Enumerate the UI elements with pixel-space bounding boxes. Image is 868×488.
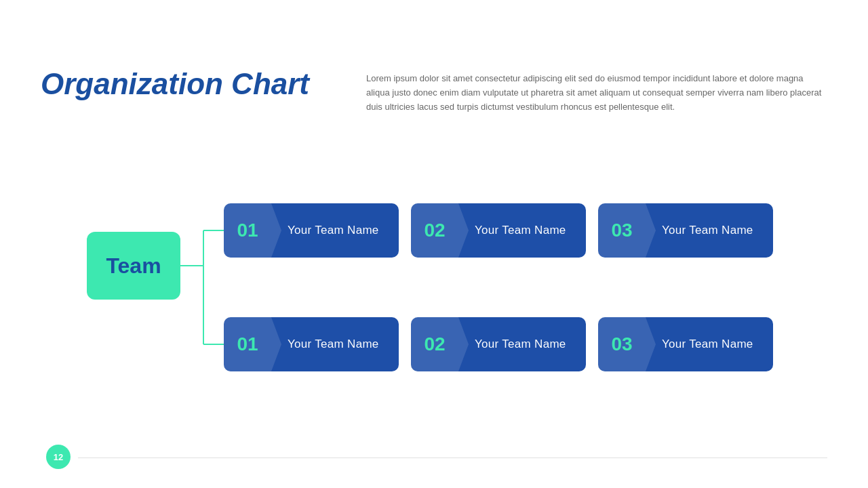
card-name: Your Team Name <box>458 338 586 351</box>
table-row: 03 Your Team Name <box>598 317 773 371</box>
card-number-box: 02 <box>411 203 458 258</box>
top-row: 01 Your Team Name 02 Your Team Name 03 Y… <box>224 203 773 258</box>
team-box: Team <box>87 232 180 300</box>
table-row: 01 Your Team Name <box>224 317 399 371</box>
header: Organization Chart Lorem ipsum dolor sit… <box>41 68 827 114</box>
table-row: 03 Your Team Name <box>598 203 773 258</box>
card-number-box: 02 <box>411 317 458 371</box>
description-text: Lorem ipsum dolor sit amet consectetur a… <box>366 68 827 114</box>
card-name: Your Team Name <box>458 224 586 237</box>
card-number: 01 <box>237 220 258 241</box>
card-number-box: 03 <box>598 317 646 371</box>
card-number-box: 01 <box>224 317 271 371</box>
card-number: 01 <box>237 333 258 355</box>
table-row: 02 Your Team Name <box>411 317 586 371</box>
team-label: Team <box>106 253 161 279</box>
card-number: 02 <box>424 220 445 241</box>
page-title: Organization Chart <box>41 68 312 100</box>
card-name: Your Team Name <box>646 224 773 237</box>
bottom-row: 01 Your Team Name 02 Your Team Name 03 Y… <box>224 317 773 371</box>
card-number-box: 03 <box>598 203 646 258</box>
card-number: 03 <box>611 333 632 355</box>
card-name: Your Team Name <box>271 224 399 237</box>
page-number-circle: 12 <box>46 445 71 469</box>
card-number-box: 01 <box>224 203 271 258</box>
card-number: 03 <box>611 220 632 241</box>
card-name: Your Team Name <box>646 338 773 351</box>
page-number: 12 <box>54 452 63 462</box>
table-row: 01 Your Team Name <box>224 203 399 258</box>
org-chart: Team 01 Your Team Name 02 Your Team Name… <box>41 183 827 413</box>
bottom-divider <box>78 458 827 458</box>
card-name: Your Team Name <box>271 338 399 351</box>
table-row: 02 Your Team Name <box>411 203 586 258</box>
card-number: 02 <box>424 333 445 355</box>
